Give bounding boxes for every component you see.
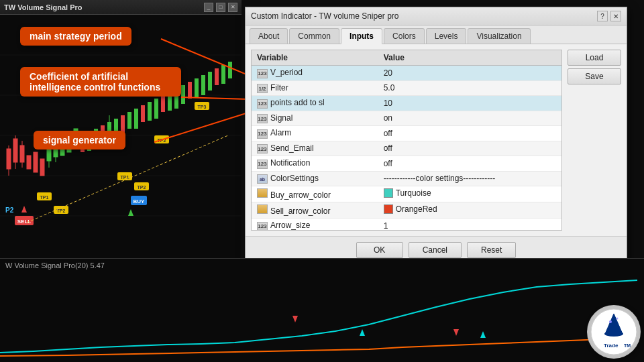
table-row[interactable]: abColorSettings------------color setting… xyxy=(252,171,561,186)
row-type-icon: 123 xyxy=(257,160,268,169)
svg-point-76 xyxy=(616,318,619,320)
load-button[interactable]: Load xyxy=(568,50,621,66)
tab-colors[interactable]: Colors xyxy=(384,28,425,44)
variable-value: off xyxy=(378,141,561,156)
close-window-button[interactable]: ✕ xyxy=(228,3,237,12)
ok-button[interactable]: OK xyxy=(356,242,403,258)
variable-name: Sell_arrow_color xyxy=(270,206,330,216)
dialog-title-controls: ? ✕ xyxy=(597,11,621,21)
variable-value: on xyxy=(378,111,561,126)
svg-text:Trade: Trade xyxy=(604,343,619,349)
dialog-close-button[interactable]: ✕ xyxy=(610,11,621,21)
svg-rect-39 xyxy=(228,62,232,78)
logo-svg: TM Trade xyxy=(590,308,637,355)
row-type-icon: ab xyxy=(257,174,268,184)
svg-text:TP1: TP1 xyxy=(40,195,49,200)
bottom-indicator: W Volume Signal Pro(20) 5.47 xyxy=(0,258,644,362)
variable-value: 5.0 xyxy=(378,80,561,96)
row-type-icon: 123 xyxy=(257,129,268,139)
svg-rect-33 xyxy=(188,82,192,99)
indicator-svg xyxy=(0,272,644,359)
variable-value: off xyxy=(378,126,561,141)
tab-levels[interactable]: Levels xyxy=(426,28,467,44)
svg-rect-38 xyxy=(221,65,225,84)
row-type-icon: 123 xyxy=(257,114,268,123)
table-row[interactable]: 123Send_Emailoff xyxy=(252,141,561,156)
maximize-button[interactable]: □ xyxy=(216,3,225,12)
variable-name: Notification xyxy=(270,158,310,168)
svg-rect-26 xyxy=(141,105,145,122)
row-type-icon: 123 xyxy=(257,69,268,78)
row-type-icon xyxy=(257,204,268,214)
svg-rect-28 xyxy=(154,99,158,119)
inputs-table: Variable Value 123V_period201/2Filter5.0… xyxy=(252,50,561,231)
table-row[interactable]: 123Signalon xyxy=(252,111,561,126)
svg-rect-27 xyxy=(148,102,152,121)
table-row[interactable]: 123V_period20 xyxy=(252,66,561,81)
svg-point-75 xyxy=(609,320,612,323)
table-row[interactable]: 123Arrow_size1 xyxy=(252,219,561,231)
table-row[interactable]: Buy_arrow_colorTurquoise xyxy=(252,186,561,202)
indicator-label: W Volume Signal Pro(20) 5.47 xyxy=(5,261,105,269)
dialog: Custom Indicator - TW volume Sniper pro … xyxy=(245,7,627,264)
svg-marker-71 xyxy=(360,329,365,336)
dialog-body: Variable Value 123V_period201/2Filter5.0… xyxy=(246,44,627,236)
svg-rect-24 xyxy=(127,112,131,129)
row-type-icon: 123 xyxy=(257,99,268,109)
svg-rect-37 xyxy=(215,68,219,85)
variable-value: Turquoise xyxy=(378,186,561,202)
minimize-button[interactable]: _ xyxy=(204,3,213,12)
dialog-help-button[interactable]: ? xyxy=(597,11,608,21)
save-button[interactable]: Save xyxy=(568,68,621,84)
svg-text:P2: P2 xyxy=(5,206,14,214)
annotation-label-2: Coefficient of artificial intelligence c… xyxy=(20,67,181,97)
dialog-titlebar: Custom Indicator - TW volume Sniper pro … xyxy=(246,7,627,25)
svg-text:BUY: BUY xyxy=(133,198,146,204)
variable-name: Send_Email xyxy=(270,143,314,153)
variable-name: V_period xyxy=(270,68,303,77)
col-value: Value xyxy=(378,50,561,66)
svg-rect-36 xyxy=(208,72,212,90)
table-row[interactable]: 123Notificationoff xyxy=(252,156,561,172)
svg-rect-32 xyxy=(181,85,185,104)
annotation-label-3: signal generator xyxy=(34,131,125,149)
color-swatch xyxy=(384,204,393,214)
table-row[interactable]: 123Alarmoff xyxy=(252,126,561,141)
svg-rect-29 xyxy=(161,95,165,112)
top-bar: TW Volume Signal Pro _ □ ✕ xyxy=(0,0,241,15)
dialog-tabs: About Common Inputs Colors Levels Visual… xyxy=(246,25,627,44)
row-type-icon: 123 xyxy=(257,144,268,154)
svg-text:TM: TM xyxy=(624,343,631,348)
svg-text:TP3: TP3 xyxy=(198,105,207,109)
row-type-icon xyxy=(257,188,268,198)
table-row[interactable]: 123points add to sl10 xyxy=(252,96,561,111)
svg-text:TP2: TP2 xyxy=(138,185,146,190)
variable-value: 1 xyxy=(378,219,561,231)
variable-name: points add to sl xyxy=(270,98,325,107)
table-row[interactable]: Sell_arrow_colorOrangeRed xyxy=(252,202,561,219)
reset-button[interactable]: Reset xyxy=(467,242,516,258)
variable-name: Filter xyxy=(270,83,288,93)
logo-circle: TM Trade xyxy=(587,305,641,359)
tab-visualization[interactable]: Visualization xyxy=(468,28,530,44)
tab-common[interactable]: Common xyxy=(289,28,339,44)
color-swatch xyxy=(384,188,393,198)
variable-value: OrangeRed xyxy=(378,202,561,219)
variable-value: 20 xyxy=(378,66,561,81)
svg-rect-9 xyxy=(27,156,31,169)
cancel-button[interactable]: Cancel xyxy=(409,242,462,258)
svg-point-74 xyxy=(604,331,623,337)
top-bar-controls: _ □ ✕ xyxy=(204,3,237,12)
variable-value: off xyxy=(378,156,561,172)
svg-text:TP2: TP2 xyxy=(158,138,166,143)
inputs-table-container[interactable]: Variable Value 123V_period201/2Filter5.0… xyxy=(251,50,562,231)
table-row[interactable]: 1/2Filter5.0 xyxy=(252,80,561,96)
svg-marker-70 xyxy=(453,329,459,336)
variable-name: ColorSettings xyxy=(270,174,319,183)
dialog-title: Custom Indicator - TW volume Sniper pro xyxy=(251,11,399,21)
annotation-label-1: main strategy period xyxy=(20,27,131,46)
svg-marker-69 xyxy=(292,316,298,322)
svg-rect-11 xyxy=(40,159,44,176)
tab-about[interactable]: About xyxy=(250,28,288,44)
tab-inputs[interactable]: Inputs xyxy=(341,28,382,44)
